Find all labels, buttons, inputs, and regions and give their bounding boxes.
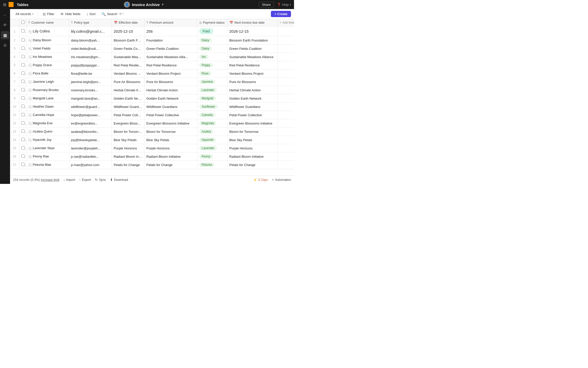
expand-row-icon[interactable]: ⤡ (28, 39, 32, 42)
filter-button[interactable]: ⊟ Filter (40, 11, 57, 17)
payment-status-badge: Daisy (199, 38, 212, 43)
grid-icon[interactable]: ⊞ (3, 2, 6, 7)
row-checkbox[interactable] (21, 121, 25, 125)
th-payment-status[interactable]: ◎ Payment status (197, 19, 227, 26)
sidebar-item-table[interactable]: ▦ (1, 31, 9, 39)
search-button[interactable]: 🔍 Search ⌘ f (99, 11, 126, 17)
th-customer-name[interactable]: T Customer name (26, 19, 69, 26)
row-checkbox[interactable] (21, 154, 25, 158)
row-checkbox[interactable] (21, 63, 25, 66)
th-effective-date[interactable]: 📅 Effective date (112, 19, 144, 26)
create-button[interactable]: + Create (271, 11, 291, 17)
row-checkbox[interactable] (21, 163, 25, 166)
effective-date-cell: Wildflower Guardians (112, 103, 144, 111)
th-next-invoice[interactable]: 📅 Next invoice due date (227, 19, 277, 26)
customer-name-cell: ⤡Violet Fields (26, 45, 69, 53)
row-checkbox[interactable] (21, 105, 25, 108)
row-checkbox-cell[interactable] (19, 86, 26, 94)
row-checkbox-cell[interactable] (19, 144, 26, 152)
expand-row-icon[interactable]: ⤡ (28, 105, 32, 109)
row-checkbox-cell[interactable] (19, 161, 26, 169)
th-add-field[interactable]: + Add field ⊞ (277, 19, 294, 26)
hide-fields-button[interactable]: 👁 Hide fields (58, 11, 83, 17)
row-checkbox-cell[interactable] (19, 45, 26, 53)
expand-row-icon[interactable]: ⤡ (28, 30, 32, 33)
row-checkbox-cell[interactable] (19, 94, 26, 103)
sort-button[interactable]: ↕ Sort (84, 11, 98, 17)
row-checkbox-cell[interactable] (19, 26, 26, 36)
row-number: 2 (10, 36, 19, 45)
add-field-cell (277, 103, 294, 111)
increase-limit-link[interactable]: Increase limit (41, 178, 59, 182)
row-checkbox-cell[interactable] (19, 53, 26, 61)
payment-status-cell: Azalea (197, 128, 227, 136)
row-checkbox-cell[interactable] (19, 111, 26, 119)
all-records-button[interactable]: All records ▾ (13, 11, 36, 17)
row-checkbox-cell[interactable] (19, 128, 26, 136)
row-checkbox-cell[interactable] (19, 103, 26, 111)
row-checkbox[interactable] (21, 113, 25, 116)
expand-row-icon[interactable]: ⤡ (28, 55, 32, 59)
expand-row-icon[interactable]: ⤡ (28, 147, 32, 150)
app-logo: 🟧 (8, 2, 14, 7)
payment-status-badge: Marigold (199, 96, 216, 101)
row-checkbox-cell[interactable] (19, 119, 26, 128)
row-checkbox[interactable] (21, 38, 25, 42)
expand-row-icon[interactable]: ⤡ (28, 89, 32, 92)
row-checkbox[interactable] (21, 71, 25, 75)
effective-date-cell: Bloom for Tomorrow (112, 128, 144, 136)
share-button[interactable]: Share (259, 2, 274, 8)
expand-row-icon[interactable]: ⤡ (28, 122, 32, 125)
row-checkbox[interactable] (21, 146, 25, 149)
expand-row-icon[interactable]: ⤡ (28, 80, 32, 84)
help-button[interactable]: ❓ Help ▾ (277, 3, 291, 7)
row-checkbox[interactable] (21, 88, 25, 91)
expand-row-icon[interactable]: ⤡ (28, 47, 32, 51)
row-checkbox[interactable] (21, 96, 25, 100)
search-shortcut: ⌘ f (119, 12, 123, 16)
row-checkbox-cell[interactable] (19, 69, 26, 78)
automation-button[interactable]: + Automation (272, 178, 291, 182)
policy-type-cell: iris.meadows@gm... (69, 53, 112, 61)
customer-name-cell: ⤡Rosemary Brooks (26, 86, 69, 94)
row-number: 17 (10, 161, 19, 169)
expand-row-icon[interactable]: ⤡ (28, 130, 32, 134)
select-all-checkbox[interactable] (21, 21, 25, 24)
import-action[interactable]: ↓ Import (63, 178, 75, 182)
download-action[interactable]: ⬇ Download (110, 178, 128, 182)
next-invoice-cell: Wildflower Guardians (227, 103, 277, 111)
row-checkbox-cell[interactable] (19, 136, 26, 144)
sidebar-item-view[interactable]: 👁 (1, 21, 9, 29)
expand-row-icon[interactable]: ⤡ (28, 64, 32, 67)
payment-status-badge: Daisy (199, 46, 212, 51)
expand-row-icon[interactable]: ⤡ (28, 163, 32, 167)
row-checkbox-cell[interactable] (19, 152, 26, 161)
sync-action[interactable]: ↻ Sync (95, 178, 106, 182)
th-premium-amount[interactable]: T Premium amount (144, 19, 197, 26)
sidebar-item-settings[interactable]: ⚙ (1, 41, 9, 49)
row-checkbox-cell[interactable] (19, 61, 26, 69)
row-checkbox[interactable] (21, 130, 25, 133)
row-checkbox[interactable] (21, 80, 25, 83)
customer-name-cell: ⤡Hyacinth Joy (26, 136, 69, 144)
expand-row-icon[interactable]: ⤡ (28, 138, 32, 142)
row-checkbox-cell[interactable] (19, 78, 26, 86)
row-checkbox[interactable] (21, 47, 25, 50)
th-checkbox[interactable] (19, 19, 26, 26)
row-checkbox[interactable] (21, 55, 25, 58)
row-checkbox-cell[interactable] (19, 36, 26, 45)
policy-type-cell: hope@petalpower... (69, 111, 112, 119)
expand-row-icon[interactable]: ⤡ (28, 72, 32, 75)
sidebar-item-back[interactable]: ← (1, 11, 9, 19)
row-checkbox[interactable] (21, 138, 25, 141)
expand-row-icon[interactable]: ⤡ (28, 97, 32, 100)
add-field-cell (277, 26, 294, 36)
premium-amount-cell: Red Petal Resilience (144, 61, 197, 69)
title-chevron-icon[interactable]: ▾ (162, 3, 163, 6)
th-policy-type[interactable]: T Policy type (69, 19, 112, 26)
row-checkbox[interactable] (21, 29, 25, 32)
expand-row-icon[interactable]: ⤡ (28, 155, 32, 158)
export-action[interactable]: ↑ Export (79, 178, 91, 182)
expand-row-icon[interactable]: ⤡ (28, 113, 32, 117)
payment-status-cell: Lavender (197, 144, 227, 152)
